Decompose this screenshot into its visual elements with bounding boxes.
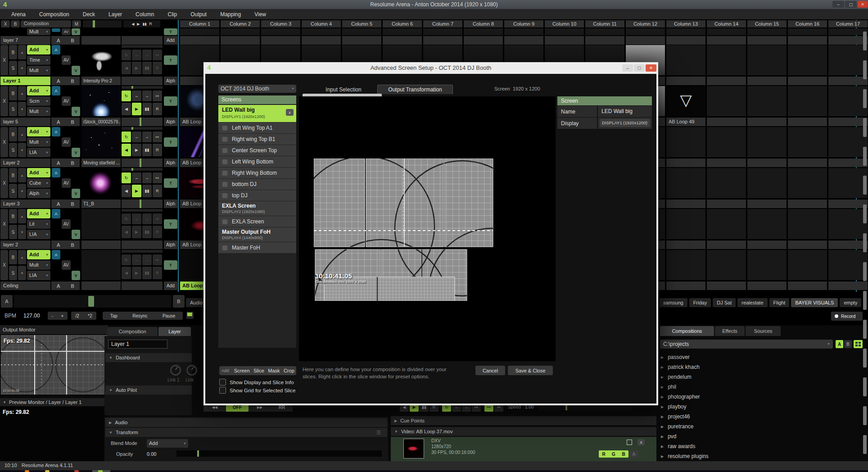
clip-label-cell[interactable] — [747, 281, 787, 290]
forward-icon[interactable]: → — [142, 91, 152, 101]
clip-label-cell[interactable] — [828, 200, 868, 208]
clip-label-cell[interactable] — [788, 281, 827, 290]
forward-icon[interactable]: → — [142, 213, 152, 224]
column-header-11[interactable]: Column 11 — [585, 20, 624, 27]
clip-cell[interactable] — [626, 28, 665, 35]
checkbox-icon[interactable] — [222, 245, 228, 250]
layer-ab-cell[interactable]: AB — [51, 200, 80, 208]
layer-name[interactable]: layer 7 — [0, 36, 50, 45]
checkbox-icon[interactable] — [222, 170, 228, 176]
layer-v-button[interactable]: V — [72, 107, 80, 116]
dialog-minimize-button[interactable]: – — [622, 64, 633, 72]
clip-label-cell[interactable] — [747, 241, 787, 249]
tab-layer[interactable]: Layer — [158, 327, 191, 336]
prev-frame-icon[interactable]: ◀ — [122, 226, 131, 238]
clip-cell[interactable] — [666, 28, 705, 35]
opacity-value[interactable]: 0.00 — [147, 451, 156, 457]
layer-av-button[interactable]: AV — [62, 178, 71, 188]
file-item[interactable]: ▶patrick khach — [658, 362, 856, 372]
fullscreen-icon[interactable] — [627, 440, 632, 445]
clip-cell[interactable] — [342, 28, 381, 35]
clip-thumbnail[interactable]: ▽ — [666, 86, 705, 116]
crossfader-a-button[interactable]: A — [1, 295, 13, 308]
master-m-button[interactable]: M — [72, 20, 81, 27]
layer-a-button[interactable]: A — [52, 209, 60, 218]
layer-av-button[interactable]: AV — [62, 219, 71, 229]
crossfader-handle[interactable] — [88, 296, 94, 307]
clip-cell[interactable] — [666, 209, 705, 239]
column-header-9[interactable]: Column 9 — [504, 20, 543, 27]
clip-label-cell[interactable] — [707, 159, 746, 167]
layer-a-button[interactable]: A — [52, 168, 60, 177]
clip-cell[interactable] — [666, 168, 705, 198]
clip-cell[interactable] — [585, 28, 624, 35]
scrollbar-segment[interactable] — [863, 60, 867, 79]
layer-bypass-button[interactable]: B — [9, 168, 17, 182]
layer-blend-dropdown[interactable]: Alph▼ — [27, 189, 50, 198]
scrollbar-segment[interactable] — [863, 32, 867, 50]
show-display-info-checkbox[interactable]: Show Display and Slice Info — [219, 379, 294, 386]
deck-tab-dj-sat[interactable]: DJ Sat — [713, 298, 736, 307]
path-dropdown[interactable]: C:\projects▼ — [660, 340, 833, 349]
column-header-16[interactable]: Column 16 — [788, 20, 827, 27]
save-close-button[interactable]: Save & Close — [508, 366, 553, 375]
layer-name[interactable]: Layer 1 — [0, 77, 50, 85]
deck-tab-realestate[interactable]: realestate — [737, 298, 767, 307]
layer-bypass-button[interactable]: B — [9, 45, 17, 59]
layer-down-icon[interactable]: ▼ — [18, 266, 26, 280]
clip-label-cell[interactable] — [828, 159, 868, 167]
deck-a-button[interactable]: A — [836, 340, 843, 348]
thumbnail-view-icon[interactable] — [854, 340, 863, 348]
clip-label-cell[interactable] — [788, 241, 827, 249]
clip-cell[interactable] — [180, 28, 219, 35]
layer-blend-dropdown[interactable]: Scrn▼ — [27, 96, 50, 106]
scrollbar-segment[interactable] — [863, 320, 867, 339]
clip-cell[interactable] — [707, 168, 746, 198]
clip-cell[interactable] — [666, 127, 705, 157]
master-fader[interactable] — [83, 20, 122, 27]
clip-label-cell[interactable] — [666, 200, 705, 208]
column-header-15[interactable]: Column 15 — [747, 20, 787, 27]
clip-label-cell[interactable] — [261, 36, 300, 45]
bounce-icon[interactable]: ↔ — [132, 132, 141, 142]
prev-frame-icon[interactable]: ◀ — [122, 267, 131, 279]
expand-icon[interactable]: ▶ — [661, 454, 664, 458]
layer-up-icon[interactable]: ▲ — [18, 209, 26, 223]
play-icon[interactable]: ▶ — [132, 62, 141, 74]
layer-blend-dropdown[interactable]: LIA▼ — [27, 230, 50, 239]
layer-v-button[interactable]: V — [72, 66, 80, 75]
checkbox-icon[interactable] — [222, 147, 228, 153]
clip-label-cell[interactable] — [788, 118, 827, 126]
layer-mask-label[interactable]: Alph — [164, 159, 177, 167]
channel-b-button[interactable]: B — [619, 450, 628, 458]
scrollbar-segment[interactable] — [863, 262, 867, 281]
clip-cell[interactable] — [828, 45, 868, 75]
layer-clip-name[interactable]: T1_B — [81, 200, 121, 208]
layer-ab-cell[interactable]: AB — [51, 36, 80, 45]
file-item[interactable]: ▶project46 — [658, 412, 856, 422]
column-header-6[interactable]: Column 6 — [383, 20, 422, 27]
layer-av-button[interactable]: AV — [62, 96, 71, 106]
layer-blend-dropdown[interactable]: Mult▼ — [27, 28, 50, 35]
deck-tab-empty[interactable]: empty — [840, 298, 861, 307]
layer-v-button[interactable]: V — [72, 271, 80, 280]
play-icon[interactable]: ▶ — [132, 103, 141, 115]
layer-blend-dropdown[interactable]: Add▼ — [27, 209, 50, 218]
prev-frame-icon[interactable]: ◀ — [122, 185, 131, 197]
menu-mapping[interactable]: Mapping — [213, 9, 248, 20]
scrollbar-segment[interactable] — [863, 406, 867, 425]
clip-position-bar[interactable] — [122, 250, 163, 253]
deck-tab-samsung[interactable]: samsung — [659, 298, 687, 307]
pause-icon[interactable]: ▮▮ — [142, 144, 152, 156]
clip-cell[interactable] — [788, 250, 827, 280]
file-item[interactable]: ▶raw awards — [658, 441, 856, 451]
prev-frame-icon[interactable]: ◀ — [122, 144, 131, 156]
clip-cell[interactable] — [747, 86, 787, 116]
preview-monitor-header[interactable]: ▼Preview Monitor / Layer / Layer 1 — [0, 398, 108, 406]
clip-label-cell[interactable] — [666, 77, 705, 85]
clip-cell[interactable] — [788, 209, 827, 239]
layer-clip-name[interactable]: Intensity Pro 2 — [81, 77, 121, 85]
clip-position-bar[interactable] — [122, 168, 163, 171]
clip-label-cell[interactable] — [545, 36, 584, 45]
clip-position-bar[interactable] — [122, 209, 163, 212]
